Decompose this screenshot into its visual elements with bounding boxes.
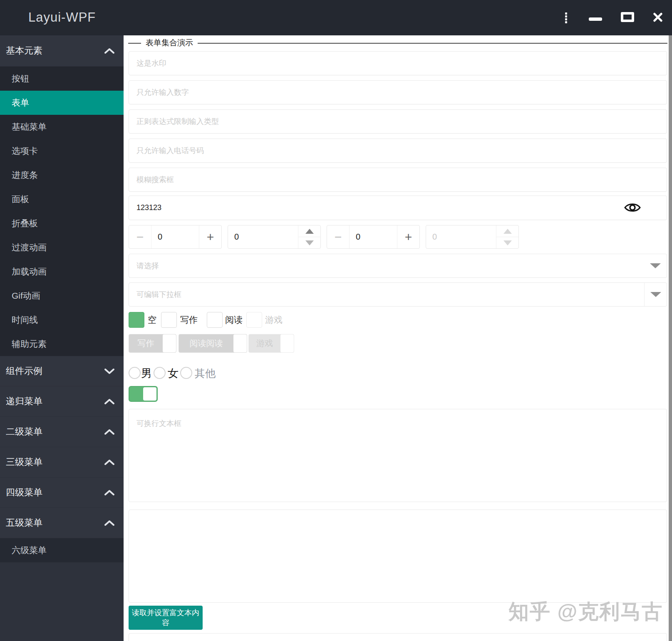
toggle-switch-on[interactable]: [129, 386, 158, 402]
sidebar-item-collapse[interactable]: 折叠板: [0, 211, 124, 235]
toggle-knob: [143, 387, 156, 401]
stepper-value[interactable]: 0: [350, 225, 397, 248]
switch-button-game-disabled: 游戏: [248, 334, 294, 353]
sidebar-item-auxiliary[interactable]: 辅助元素: [0, 332, 124, 356]
switch-knob: [233, 334, 247, 352]
vertical-scrollbar[interactable]: [669, 35, 672, 641]
kebab-menu-icon[interactable]: [562, 12, 570, 24]
minimize-icon: [589, 17, 602, 21]
sidebar-group-component-demo[interactable]: 组件示例: [0, 356, 124, 386]
increment-button[interactable]: +: [199, 225, 221, 248]
sidebar-group-level2-menu[interactable]: 二级菜单: [0, 417, 124, 447]
checkbox-label: 阅读: [225, 312, 243, 328]
radio-other-disabled: [180, 367, 192, 379]
switch-knob: [280, 334, 294, 352]
sidebar-item-progressbar[interactable]: 进度条: [0, 163, 124, 187]
sidebar-item-level6-menu[interactable]: 六级菜单: [0, 538, 124, 562]
sidebar-item-loading-animation[interactable]: 加载动画: [0, 260, 124, 284]
sidebar-item-basic-menu[interactable]: 基础菜单: [0, 115, 124, 139]
chevron-up-icon: [104, 490, 114, 496]
chevron-down-icon: [650, 292, 661, 297]
form-demo-panel: 表单集合演示 − 0 + 0 − 0 + 0 请选择: [124, 35, 669, 641]
stepper-value: 0: [426, 225, 496, 248]
checkbox-label: 游戏: [265, 312, 283, 328]
number-stepper-plus-minus: − 0 +: [327, 225, 420, 249]
checkbox-label: 写作: [180, 312, 198, 328]
radio-label: 其他: [195, 366, 216, 380]
title-bar: Layui-WPF: [0, 0, 672, 35]
close-icon: [652, 11, 664, 23]
sidebar-item-panel[interactable]: 面板: [0, 187, 124, 211]
bottom-box[interactable]: [129, 633, 667, 641]
eye-icon[interactable]: [623, 201, 642, 214]
checkbox-label: 空: [148, 312, 156, 328]
sidebar-group-recursive-menu[interactable]: 递归菜单: [0, 386, 124, 417]
spin-down-button: [496, 237, 518, 248]
numbers-only-input[interactable]: [129, 80, 667, 104]
richtext-box[interactable]: [129, 510, 667, 603]
minimize-button[interactable]: [586, 7, 605, 27]
checkbox-reading[interactable]: [207, 312, 223, 328]
decrement-button[interactable]: −: [129, 225, 151, 248]
sidebar-item-transition-animation[interactable]: 过渡动画: [0, 235, 124, 260]
switch-button-reading[interactable]: 阅读阅读: [179, 334, 247, 353]
radio-row: 男 女 其他: [129, 366, 378, 380]
radio-male[interactable]: [129, 367, 141, 379]
select-placeholder: 请选择: [129, 261, 644, 271]
maximize-button[interactable]: [618, 7, 637, 27]
checkbox-row: 空 写作 阅读 游戏: [129, 312, 667, 328]
triangle-up-icon: [503, 229, 512, 234]
sidebar-item-tabs[interactable]: 选项卡: [0, 139, 124, 163]
sidebar-group-level5-menu[interactable]: 五级菜单: [0, 508, 124, 538]
fuzzy-search-input[interactable]: [129, 168, 667, 192]
select-dropdown[interactable]: 请选择: [129, 254, 667, 278]
switch-button-row: 写作 阅读阅读 游戏: [129, 334, 667, 353]
decrement-button[interactable]: −: [327, 225, 350, 248]
spin-up-button: [496, 225, 518, 237]
sidebar-item-button[interactable]: 按钮: [0, 67, 124, 91]
combobox-placeholder: 可编辑下拉框: [129, 290, 644, 299]
checkbox-empty[interactable]: [129, 312, 144, 328]
radio-label: 男: [141, 366, 152, 380]
app-title: Layui-WPF: [28, 10, 96, 25]
chevron-up-icon: [104, 398, 114, 405]
close-button[interactable]: [648, 7, 667, 27]
editable-combobox[interactable]: 可编辑下拉框: [129, 282, 667, 307]
groupbox-border: [128, 43, 667, 44]
password-input[interactable]: [129, 196, 667, 220]
increment-button[interactable]: +: [397, 225, 419, 248]
load-richtext-button[interactable]: 读取并设置富文本内容: [129, 606, 203, 630]
switch-button-writing[interactable]: 写作: [129, 334, 176, 353]
spin-up-button[interactable]: [298, 225, 320, 237]
triangle-down-icon: [503, 240, 512, 245]
sidebar-group-label: 基本元素: [6, 45, 42, 57]
stepper-value[interactable]: 0: [151, 225, 199, 248]
sidebar: 基本元素 按钮 表单 基础菜单 选项卡 进度条 面板 折叠板 过渡动画 加载动画…: [0, 35, 124, 641]
combobox-dropdown-button[interactable]: [644, 283, 667, 306]
sidebar-group-level3-menu[interactable]: 三级菜单: [0, 447, 124, 478]
chevron-down-icon: [650, 263, 661, 268]
sidebar-group-level4-menu[interactable]: 四级菜单: [0, 478, 124, 508]
chevron-down-icon: [104, 368, 114, 374]
multiline-textbox[interactable]: [129, 409, 667, 502]
spin-down-button[interactable]: [298, 237, 320, 248]
chevron-up-icon: [104, 429, 114, 435]
chevron-up-icon: [104, 520, 114, 526]
sidebar-item-timeline[interactable]: 时间线: [0, 308, 124, 332]
number-stepper-spin-disabled: 0: [426, 225, 519, 249]
sidebar-item-form[interactable]: 表单: [0, 91, 124, 115]
maximize-icon: [621, 12, 634, 22]
chevron-up-icon: [104, 48, 114, 54]
sidebar-item-gif-animation[interactable]: Gif动画: [0, 284, 124, 308]
phone-number-input[interactable]: [129, 139, 667, 163]
stepper-value[interactable]: 0: [228, 225, 298, 248]
checkbox-writing[interactable]: [161, 312, 177, 328]
number-stepper-spin: 0: [228, 225, 321, 249]
radio-label: 女: [168, 366, 179, 380]
triangle-up-icon: [305, 229, 314, 234]
triangle-down-icon: [305, 240, 314, 245]
regex-restricted-input[interactable]: [129, 109, 667, 134]
radio-female[interactable]: [154, 367, 166, 379]
watermark-input[interactable]: [129, 51, 667, 75]
sidebar-group-basic-elements[interactable]: 基本元素: [0, 35, 124, 67]
